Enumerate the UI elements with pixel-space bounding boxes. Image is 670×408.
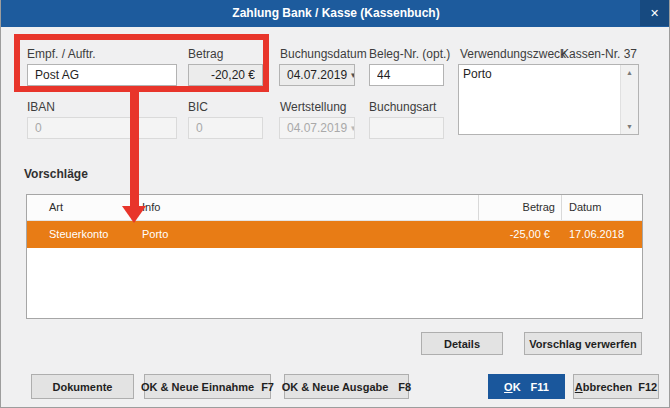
annotation-arrow-line [130,91,139,207]
dokumente-button-label: Dokumente [53,381,113,393]
buchungsart-label: Buchungsart [369,100,436,114]
wertstellung-select: 04.07.2019 ▾ [279,117,355,139]
scroll-up-icon[interactable]: ▲ [621,65,638,80]
ok-neue-einnahme-button[interactable]: OK & Neue Einnahme F7 [144,374,271,399]
verwendungszweck-label: Verwendungszweck [460,47,566,61]
verwendungszweck-value: Porto [463,67,618,81]
ok-neue-ausgabe-button[interactable]: OK & Neue Ausgabe F8 [284,374,409,399]
vorschlag-verwerfen-button[interactable]: Vorschlag verwerfen [524,332,642,355]
buchungsdatum-label: Buchungsdatum [280,47,367,61]
cell-info: Porto [132,221,479,248]
ok-button[interactable]: OK F11 [488,374,565,399]
chevron-down-icon: ▾ [351,118,355,138]
bic-label: BIC [188,100,208,114]
ok-shortcut: F11 [531,381,549,393]
close-icon: ✕ [650,7,659,19]
cell-art: Steuerkonto [27,221,132,248]
beleg-label: Beleg-Nr. (opt.) [369,47,450,61]
iban-label: IBAN [27,100,55,114]
details-button-label: Details [444,338,480,350]
kassen-nr-label: Kassen-Nr. 37 [561,47,637,61]
abbrechen-button-label: Abbrechen [575,381,632,393]
wertstellung-label: Wertstellung [280,100,346,114]
abbrechen-button[interactable]: Abbrechen F12 [573,374,659,399]
verwendungszweck-textarea[interactable]: Porto ▲ ▼ [458,64,639,135]
vorschlaege-table: Art Info Betrag Datum Steuerkonto Porto … [26,194,643,319]
column-header-betrag[interactable]: Betrag [479,195,562,220]
cell-betrag: -25,00 € [479,221,562,248]
wertstellung-value: 04.07.2019 [287,118,347,138]
buchungsdatum-value: 04.07.2019 [287,65,347,85]
cell-datum: 17.06.2018 [562,221,642,248]
empf-label: Empf. / Auftr. [27,47,96,61]
ok-neue-ausgabe-shortcut: F8 [398,381,411,393]
abbrechen-shortcut: F12 [638,381,657,393]
close-button[interactable]: ✕ [640,0,669,26]
iban-input [27,117,177,139]
column-header-datum[interactable]: Datum [562,195,642,220]
beleg-input[interactable] [369,64,444,86]
dokumente-button[interactable]: Dokumente [31,374,134,399]
table-header-row: Art Info Betrag Datum [27,195,642,221]
ok-neue-ausgabe-label: OK & Neue Ausgabe [282,381,389,393]
ok-button-label: OK [504,381,521,393]
table-row-selected[interactable]: Steuerkonto Porto -25,00 € 17.06.2018 [27,221,642,248]
betrag-input[interactable] [188,64,263,86]
empf-input[interactable] [27,64,177,86]
bic-input [188,117,263,139]
dialog-title: Zahlung Bank / Kasse (Kassenbuch) [1,0,670,27]
betrag-label: Betrag [188,47,223,61]
vorschlaege-heading: Vorschläge [24,167,88,181]
ok-neue-einnahme-shortcut: F7 [261,381,274,393]
details-button[interactable]: Details [421,332,503,355]
column-header-info[interactable]: Info [132,195,479,220]
vorschlag-verwerfen-label: Vorschlag verwerfen [529,338,636,350]
chevron-down-icon: ▾ [351,65,355,85]
buchungsdatum-select[interactable]: 04.07.2019 ▾ [279,64,355,86]
column-header-art[interactable]: Art [27,195,132,220]
ok-neue-einnahme-label: OK & Neue Einnahme [141,381,254,393]
scroll-down-icon[interactable]: ▼ [621,119,638,134]
buchungsart-input [369,117,444,139]
textarea-scrollbar[interactable]: ▲ ▼ [620,65,638,134]
